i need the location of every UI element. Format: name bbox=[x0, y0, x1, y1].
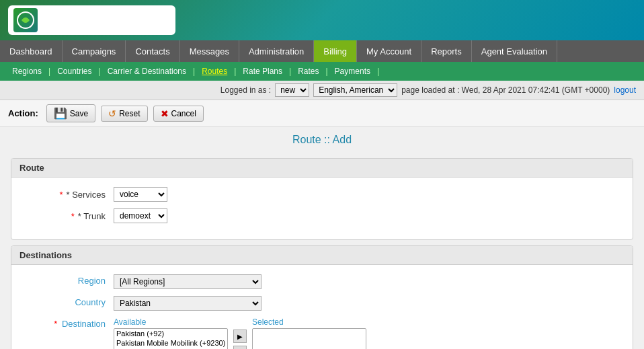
logo-icon bbox=[13, 8, 38, 32]
destinations-section-header: Destinations bbox=[11, 246, 633, 265]
cancel-label: Cancel bbox=[171, 109, 196, 118]
subnav-rate-plans[interactable]: Rate Plans bbox=[236, 67, 289, 76]
destinations-section: Destinations Region [All Regions] Countr… bbox=[11, 245, 633, 349]
save-label: Save bbox=[70, 109, 88, 118]
services-label: ** Services bbox=[25, 190, 106, 200]
logo-box: ICT Broadcast bbox=[8, 5, 175, 35]
cancel-button[interactable]: ✖ Cancel bbox=[153, 106, 204, 122]
available-list[interactable]: Pakistan (+92) Pakistan Mobile Mobilink … bbox=[114, 328, 228, 349]
cancel-icon: ✖ bbox=[161, 108, 169, 119]
region-row: Region [All Regions] bbox=[25, 274, 619, 289]
reset-label: Reset bbox=[119, 109, 140, 118]
country-label: Country bbox=[25, 296, 106, 307]
services-row: ** Services voice fax sms bbox=[25, 187, 619, 202]
subnav-payments[interactable]: Payments bbox=[328, 67, 377, 76]
subnav-regions[interactable]: Regions bbox=[5, 67, 48, 76]
save-icon: 💾 bbox=[54, 107, 67, 120]
country-select[interactable]: Pakistan bbox=[114, 296, 261, 311]
selected-list[interactable] bbox=[252, 328, 366, 349]
user-select[interactable]: new bbox=[275, 83, 309, 97]
selected-col: Selected bbox=[252, 317, 366, 349]
sub-nav: Regions | Countries | Carrier & Destinat… bbox=[0, 62, 644, 81]
trunk-label: ** Trunk bbox=[25, 211, 106, 221]
language-select[interactable]: English, American bbox=[313, 83, 397, 97]
info-bar: Logged in as : new English, American pag… bbox=[0, 81, 644, 100]
destinations-section-body: Region [All Regions] Country Pakistan * … bbox=[11, 265, 633, 349]
region-control: [All Regions] bbox=[114, 274, 261, 289]
top-nav: Dashboard Campaigns Contacts Messages Ad… bbox=[0, 40, 644, 62]
subnav-routes[interactable]: Routes bbox=[195, 67, 234, 76]
move-left-button[interactable]: ◀ bbox=[233, 346, 247, 349]
region-label: Region bbox=[25, 274, 106, 286]
destination-label: * Destination bbox=[25, 317, 106, 329]
selected-header: Selected bbox=[252, 317, 366, 327]
page-loaded: page loaded at : Wed, 28 Apr 2021 07:42:… bbox=[401, 85, 610, 95]
save-button[interactable]: 💾 Save bbox=[46, 104, 95, 122]
country-row: Country Pakistan bbox=[25, 296, 619, 311]
region-select[interactable]: [All Regions] bbox=[114, 274, 261, 289]
route-section: Route ** Services voice fax sms ** Trunk… bbox=[11, 158, 633, 240]
subnav-rates[interactable]: Rates bbox=[291, 67, 325, 76]
list-item[interactable]: Pakistan (+92) bbox=[114, 329, 227, 338]
route-section-body: ** Services voice fax sms ** Trunk demoe… bbox=[11, 178, 633, 239]
header: ICT Broadcast bbox=[0, 0, 644, 40]
trunk-row: ** Trunk demoext bbox=[25, 208, 619, 223]
trunk-select[interactable]: demoext bbox=[114, 208, 167, 223]
arrow-col: ▶ ◀ bbox=[233, 317, 247, 349]
available-col: Available Pakistan (+92) Pakistan Mobile… bbox=[114, 317, 228, 349]
route-section-header: Route bbox=[11, 159, 633, 178]
action-label: Action: bbox=[8, 108, 38, 118]
trunk-required: * bbox=[71, 211, 75, 221]
nav-billing[interactable]: Billing bbox=[314, 40, 357, 62]
available-header: Available bbox=[114, 317, 228, 327]
move-right-button[interactable]: ▶ bbox=[233, 329, 247, 343]
nav-contacts[interactable]: Contacts bbox=[126, 40, 179, 62]
country-control: Pakistan bbox=[114, 296, 261, 311]
action-bar: Action: 💾 Save ↺ Reset ✖ Cancel bbox=[0, 100, 644, 127]
logged-in-label: Logged in as : bbox=[220, 85, 271, 95]
subnav-carrier-destinations[interactable]: Carrier & Destinations bbox=[101, 67, 193, 76]
nav-myaccount[interactable]: My Account bbox=[357, 40, 421, 62]
nav-dashboard[interactable]: Dashboard bbox=[0, 40, 63, 62]
header-title: ICT Broadcast bbox=[43, 11, 170, 30]
list-item[interactable]: Pakistan Mobile Mobilink (+9230) bbox=[114, 338, 227, 348]
logout-link[interactable]: logout bbox=[614, 85, 636, 95]
reset-icon: ↺ bbox=[108, 108, 116, 119]
page-title: Route :: Add bbox=[0, 127, 644, 153]
nav-reports[interactable]: Reports bbox=[421, 40, 472, 62]
destination-control: Available Pakistan (+92) Pakistan Mobile… bbox=[114, 317, 366, 349]
destination-row: * Destination Available Pakistan (+92) P… bbox=[25, 317, 619, 349]
nav-campaigns[interactable]: Campaigns bbox=[63, 40, 126, 62]
nav-agent-evaluation[interactable]: Agent Evaluation bbox=[472, 40, 557, 62]
nav-messages[interactable]: Messages bbox=[180, 40, 239, 62]
subnav-countries[interactable]: Countries bbox=[50, 67, 98, 76]
sep-7: | bbox=[377, 67, 379, 76]
services-select[interactable]: voice fax sms bbox=[114, 187, 167, 202]
nav-administration[interactable]: Administration bbox=[239, 40, 314, 62]
reset-button[interactable]: ↺ Reset bbox=[101, 106, 147, 122]
services-required: * bbox=[59, 190, 63, 200]
